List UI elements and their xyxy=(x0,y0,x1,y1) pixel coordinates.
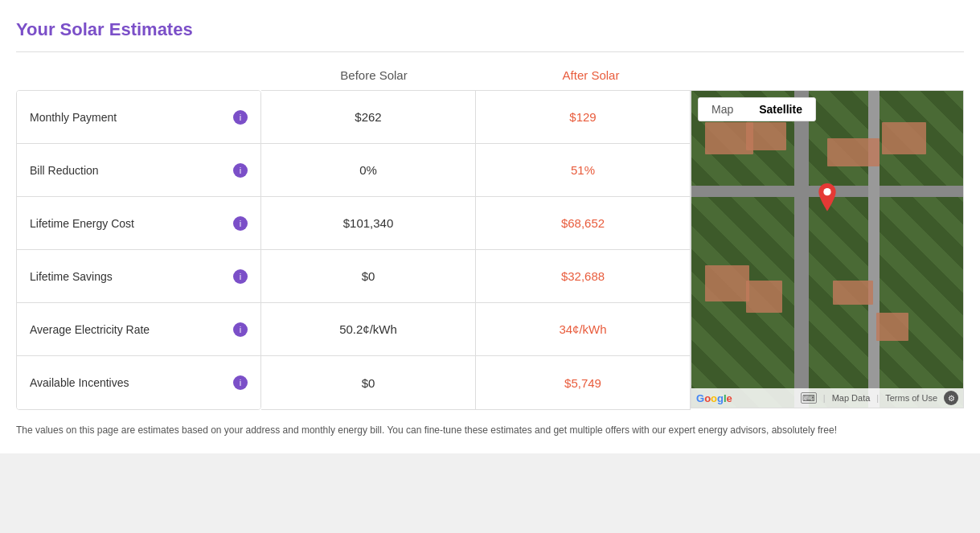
before-value: $0 xyxy=(261,250,476,302)
data-row: $0$5,749 xyxy=(261,356,690,409)
after-solar-header: After Solar xyxy=(482,68,699,82)
before-solar-header: Before Solar xyxy=(265,68,482,82)
map-block xyxy=(876,313,908,341)
label-row: Average Electricity Ratei xyxy=(17,303,260,356)
map-footer: Google ⌨ | Map Data | Terms of Use ⚙ xyxy=(691,388,963,408)
map-block xyxy=(705,265,749,301)
main-content: Monthly PaymentiBill ReductioniLifetime … xyxy=(16,90,964,410)
data-row: 0%51% xyxy=(261,144,690,197)
settings-icon[interactable]: ⚙ xyxy=(944,391,958,405)
after-value: $68,652 xyxy=(476,197,690,249)
info-icon[interactable]: i xyxy=(233,216,248,231)
data-table: $262$1290%51%$101,340$68,652$0$32,68850.… xyxy=(261,90,691,410)
label-row: Bill Reductioni xyxy=(17,144,260,197)
before-value: $262 xyxy=(261,91,476,143)
terms-of-use-link[interactable]: Terms of Use xyxy=(885,393,937,403)
after-value: 51% xyxy=(476,144,690,196)
labels-panel: Monthly PaymentiBill ReductioniLifetime … xyxy=(16,90,261,410)
label-text: Monthly Payment xyxy=(30,111,117,124)
before-value: 50.2¢/kWh xyxy=(261,303,476,355)
label-text: Lifetime Savings xyxy=(30,270,113,283)
label-text: Bill Reduction xyxy=(30,164,99,177)
before-value: $0 xyxy=(261,356,476,409)
after-value: $129 xyxy=(476,91,690,143)
before-value: 0% xyxy=(261,144,476,196)
data-row: 50.2¢/kWh34¢/kWh xyxy=(261,303,690,356)
map-block xyxy=(833,281,873,305)
label-row: Available Incentivesi xyxy=(17,356,260,409)
label-text: Average Electricity Rate xyxy=(30,323,150,336)
label-text: Lifetime Energy Cost xyxy=(30,217,134,230)
map-block xyxy=(882,122,926,154)
info-icon[interactable]: i xyxy=(233,375,248,390)
label-row: Monthly Paymenti xyxy=(17,91,260,144)
svg-point-0 xyxy=(823,188,830,195)
info-icon[interactable]: i xyxy=(233,269,248,284)
data-row: $101,340$68,652 xyxy=(261,197,690,250)
label-row: Lifetime Savingsi xyxy=(17,250,260,303)
after-value: $32,688 xyxy=(476,250,690,302)
after-value: 34¢/kWh xyxy=(476,303,690,355)
footer-note: The values on this page are estimates ba… xyxy=(16,423,964,437)
data-row: $262$129 xyxy=(261,91,690,144)
map-container: Map Satellite xyxy=(691,90,964,408)
section-divider xyxy=(16,51,964,52)
map-block xyxy=(746,122,786,150)
after-value: $5,749 xyxy=(476,356,690,409)
map-block xyxy=(746,281,782,313)
page-title: Your Solar Estimates xyxy=(16,19,964,40)
google-logo: Google xyxy=(696,392,732,404)
footer-sep: | xyxy=(823,393,826,403)
before-value: $101,340 xyxy=(261,197,476,249)
page-container: Your Solar Estimates Before Solar After … xyxy=(0,0,980,453)
map-data-link[interactable]: Map Data xyxy=(832,393,871,403)
info-icon[interactable]: i xyxy=(233,110,248,125)
column-headers: Before Solar After Solar xyxy=(265,68,964,82)
map-block xyxy=(827,138,880,166)
map-button[interactable]: Map xyxy=(699,98,746,121)
map-controls: Map Satellite xyxy=(698,97,816,121)
map-background xyxy=(691,91,963,408)
satellite-button[interactable]: Satellite xyxy=(746,98,815,121)
map-pin xyxy=(814,183,840,218)
label-row: Lifetime Energy Costi xyxy=(17,197,260,250)
footer-sep2: | xyxy=(876,393,879,403)
info-icon[interactable]: i xyxy=(233,163,248,178)
info-icon[interactable]: i xyxy=(233,322,248,337)
keyboard-icon: ⌨ xyxy=(801,392,817,404)
data-row: $0$32,688 xyxy=(261,250,690,303)
label-text: Available Incentives xyxy=(30,376,129,389)
map-road-vertical xyxy=(794,91,809,408)
